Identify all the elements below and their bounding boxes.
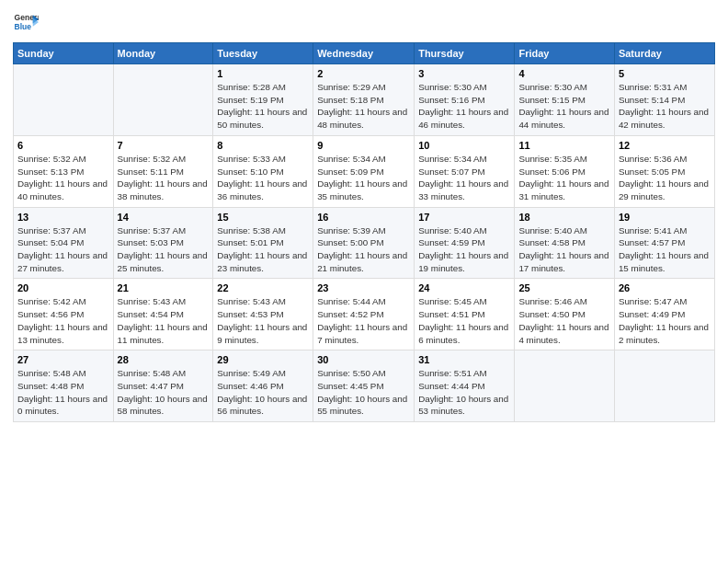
day-info: Sunrise: 5:34 AMSunset: 5:09 PMDaylight:… [317,154,407,201]
day-number: 27 [17,354,109,365]
day-info: Sunrise: 5:35 AMSunset: 5:06 PMDaylight:… [518,154,609,201]
day-info: Sunrise: 5:47 AMSunset: 4:49 PMDaylight:… [619,296,709,344]
day-number: 22 [217,282,309,293]
day-cell: 1Sunrise: 5:28 AMSunset: 5:19 PMDaylight… [213,64,313,136]
day-info: Sunrise: 5:50 AMSunset: 4:45 PMDaylight:… [317,368,407,416]
day-info: Sunrise: 5:30 AMSunset: 5:15 PMDaylight:… [518,82,609,130]
day-number: 31 [418,354,510,365]
day-number: 7 [118,140,210,151]
day-info: Sunrise: 5:44 AMSunset: 4:52 PMDaylight:… [317,296,407,344]
day-cell: 29Sunrise: 5:49 AMSunset: 4:46 PMDayligh… [213,350,313,422]
page-header: General Blue [13,9,715,35]
day-number: 28 [118,354,210,365]
day-number: 23 [317,282,410,293]
day-number: 26 [619,282,711,293]
day-cell: 19Sunrise: 5:41 AMSunset: 4:57 PMDayligh… [614,207,714,279]
day-info: Sunrise: 5:37 AMSunset: 5:03 PMDaylight:… [118,225,208,273]
day-cell: 10Sunrise: 5:34 AMSunset: 5:07 PMDayligh… [415,135,515,207]
day-cell: 20Sunrise: 5:42 AMSunset: 4:56 PMDayligh… [14,279,114,350]
day-cell: 17Sunrise: 5:40 AMSunset: 4:59 PMDayligh… [415,207,515,279]
day-cell: 11Sunrise: 5:35 AMSunset: 5:06 PMDayligh… [515,135,614,207]
day-cell: 2Sunrise: 5:29 AMSunset: 5:18 PMDaylight… [313,64,415,136]
day-info: Sunrise: 5:42 AMSunset: 4:56 PMDaylight:… [17,296,108,344]
day-number: 18 [518,212,609,223]
day-cell: 26Sunrise: 5:47 AMSunset: 4:49 PMDayligh… [614,279,714,350]
header-row: SundayMondayTuesdayWednesdayThursdayFrid… [14,43,715,64]
day-info: Sunrise: 5:33 AMSunset: 5:10 PMDaylight:… [217,154,307,201]
day-number: 30 [317,354,410,365]
day-cell: 27Sunrise: 5:48 AMSunset: 4:48 PMDayligh… [14,350,114,422]
day-cell [515,350,614,422]
day-info: Sunrise: 5:49 AMSunset: 4:46 PMDaylight:… [217,368,307,416]
day-info: Sunrise: 5:31 AMSunset: 5:14 PMDaylight:… [619,82,709,130]
col-header-wednesday: Wednesday [313,43,415,64]
col-header-tuesday: Tuesday [213,43,313,64]
day-number: 2 [317,68,410,79]
week-row-2: 6Sunrise: 5:32 AMSunset: 5:13 PMDaylight… [14,135,715,207]
day-number: 9 [317,140,410,151]
day-info: Sunrise: 5:36 AMSunset: 5:05 PMDaylight:… [619,154,709,201]
day-number: 1 [217,68,309,79]
day-info: Sunrise: 5:51 AMSunset: 4:44 PMDaylight:… [418,368,508,416]
day-number: 10 [418,140,510,151]
day-cell: 7Sunrise: 5:32 AMSunset: 5:11 PMDaylight… [113,135,213,207]
day-number: 17 [418,212,510,223]
day-cell: 23Sunrise: 5:44 AMSunset: 4:52 PMDayligh… [313,279,415,350]
day-info: Sunrise: 5:39 AMSunset: 5:00 PMDaylight:… [317,225,407,273]
day-cell: 15Sunrise: 5:38 AMSunset: 5:01 PMDayligh… [213,207,313,279]
day-number: 25 [518,282,609,293]
day-number: 5 [619,68,711,79]
week-row-5: 27Sunrise: 5:48 AMSunset: 4:48 PMDayligh… [14,350,715,422]
day-number: 29 [217,354,309,365]
day-cell: 21Sunrise: 5:43 AMSunset: 4:54 PMDayligh… [113,279,213,350]
day-cell [113,64,213,136]
day-cell [14,64,114,136]
day-number: 13 [17,212,109,223]
day-info: Sunrise: 5:46 AMSunset: 4:50 PMDaylight:… [518,296,609,344]
col-header-sunday: Sunday [14,43,114,64]
day-info: Sunrise: 5:40 AMSunset: 4:59 PMDaylight:… [418,225,508,273]
calendar-table: SundayMondayTuesdayWednesdayThursdayFrid… [13,42,715,422]
day-number: 19 [619,212,711,223]
day-number: 11 [518,140,609,151]
logo: General Blue [13,9,40,35]
day-info: Sunrise: 5:30 AMSunset: 5:16 PMDaylight:… [418,82,508,130]
day-number: 20 [17,282,109,293]
day-info: Sunrise: 5:43 AMSunset: 4:54 PMDaylight:… [118,296,208,344]
day-info: Sunrise: 5:28 AMSunset: 5:19 PMDaylight:… [217,82,307,130]
week-row-3: 13Sunrise: 5:37 AMSunset: 5:04 PMDayligh… [14,207,715,279]
day-cell: 4Sunrise: 5:30 AMSunset: 5:15 PMDaylight… [515,64,614,136]
day-number: 21 [118,282,210,293]
day-number: 4 [518,68,609,79]
day-number: 24 [418,282,510,293]
day-info: Sunrise: 5:40 AMSunset: 4:58 PMDaylight:… [518,225,609,273]
col-header-saturday: Saturday [614,43,714,64]
day-cell: 31Sunrise: 5:51 AMSunset: 4:44 PMDayligh… [415,350,515,422]
day-cell: 22Sunrise: 5:43 AMSunset: 4:53 PMDayligh… [213,279,313,350]
day-info: Sunrise: 5:48 AMSunset: 4:48 PMDaylight:… [17,368,108,416]
day-cell: 30Sunrise: 5:50 AMSunset: 4:45 PMDayligh… [313,350,415,422]
day-info: Sunrise: 5:43 AMSunset: 4:53 PMDaylight:… [217,296,307,344]
day-info: Sunrise: 5:41 AMSunset: 4:57 PMDaylight:… [619,225,709,273]
day-cell: 16Sunrise: 5:39 AMSunset: 5:00 PMDayligh… [313,207,415,279]
day-cell: 14Sunrise: 5:37 AMSunset: 5:03 PMDayligh… [113,207,213,279]
day-cell: 18Sunrise: 5:40 AMSunset: 4:58 PMDayligh… [515,207,614,279]
day-cell: 12Sunrise: 5:36 AMSunset: 5:05 PMDayligh… [614,135,714,207]
day-cell: 9Sunrise: 5:34 AMSunset: 5:09 PMDaylight… [313,135,415,207]
day-info: Sunrise: 5:48 AMSunset: 4:47 PMDaylight:… [118,368,208,416]
svg-text:Blue: Blue [15,22,32,31]
day-number: 3 [418,68,510,79]
day-cell: 24Sunrise: 5:45 AMSunset: 4:51 PMDayligh… [415,279,515,350]
col-header-monday: Monday [113,43,213,64]
col-header-thursday: Thursday [415,43,515,64]
day-cell: 3Sunrise: 5:30 AMSunset: 5:16 PMDaylight… [415,64,515,136]
day-number: 14 [118,212,210,223]
day-info: Sunrise: 5:29 AMSunset: 5:18 PMDaylight:… [317,82,407,130]
day-number: 6 [17,140,109,151]
day-info: Sunrise: 5:32 AMSunset: 5:11 PMDaylight:… [118,154,208,201]
week-row-1: 1Sunrise: 5:28 AMSunset: 5:19 PMDaylight… [14,64,715,136]
day-info: Sunrise: 5:45 AMSunset: 4:51 PMDaylight:… [418,296,508,344]
day-cell: 13Sunrise: 5:37 AMSunset: 5:04 PMDayligh… [14,207,114,279]
day-number: 8 [217,140,309,151]
day-info: Sunrise: 5:34 AMSunset: 5:07 PMDaylight:… [418,154,508,201]
